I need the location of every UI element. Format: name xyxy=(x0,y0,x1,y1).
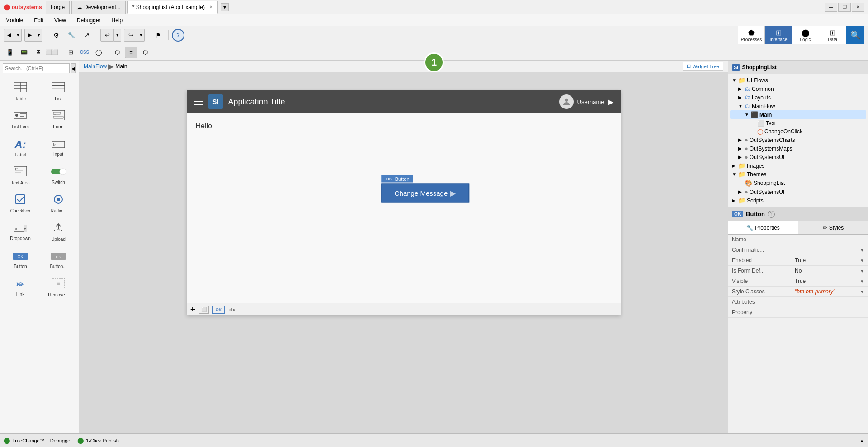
widget-dropdown[interactable]: ▾a Dropdown xyxy=(2,218,39,245)
collapse-panel-button[interactable]: ◀ xyxy=(71,63,76,73)
prop-name-value[interactable] xyxy=(791,235,868,245)
menu-debugger[interactable]: Debugger xyxy=(75,16,103,24)
widget-link[interactable]: Link xyxy=(2,274,39,301)
change-message-button[interactable]: Change Message ▶ xyxy=(381,184,470,203)
search-input[interactable] xyxy=(3,63,70,73)
widget-table[interactable]: Table xyxy=(2,78,39,105)
prop-attributes-value[interactable] xyxy=(791,297,868,307)
widget-listitem[interactable]: List Item xyxy=(2,106,39,133)
logic-tab[interactable]: ⬤ Logic xyxy=(792,26,819,44)
osui-expand-arrow[interactable]: ▶ xyxy=(738,155,745,160)
tree-node-changeonclick[interactable]: ◯ ChangeOnClick xyxy=(730,127,866,136)
widget-textarea[interactable]: a Text Area xyxy=(2,162,39,189)
widescreen-view-button[interactable]: ⬜⬜ xyxy=(46,47,58,58)
tree-node-outsystemsui-theme[interactable]: ▶ ● OutSystemsUI xyxy=(730,188,866,196)
gear-button[interactable]: ⚙ xyxy=(49,29,63,42)
canvas-select-button[interactable]: ⬜ xyxy=(199,306,209,314)
publish-status[interactable]: ⬤ 1-Click Publish xyxy=(77,437,119,444)
props-tab-styles[interactable]: ✏ Styles xyxy=(798,221,868,234)
search-tab[interactable]: 🔍 xyxy=(846,26,864,44)
menu-view[interactable]: View xyxy=(52,16,68,24)
help-button[interactable]: ? xyxy=(172,29,184,42)
osui-theme-expand-arrow[interactable]: ▶ xyxy=(738,189,745,194)
tree-node-main[interactable]: ▼ ⬛ Main xyxy=(730,110,866,119)
scripts-expand-arrow[interactable]: ▶ xyxy=(732,198,738,203)
widget-remove[interactable]: ≡ Remove... xyxy=(40,274,77,301)
widget-upload[interactable]: Upload xyxy=(40,218,77,245)
restore-button[interactable]: ❐ xyxy=(838,3,851,12)
truechange-status[interactable]: ⬤ TrueChange™ xyxy=(4,437,45,444)
tree-node-layouts[interactable]: ▶ 🗂 Layouts xyxy=(730,93,866,102)
main-expand-arrow[interactable]: ▼ xyxy=(745,112,751,117)
layouts-expand-arrow[interactable]: ▶ xyxy=(738,95,745,100)
widget-buttongroup[interactable]: OK Button... xyxy=(40,246,77,273)
tree-node-common[interactable]: ▶ 🗂 Common xyxy=(730,85,866,93)
align-right-button[interactable]: ⬡ xyxy=(139,47,151,58)
tree-node-outsystemscharts[interactable]: ▶ ● OutSystemsCharts xyxy=(730,136,866,144)
menu-help[interactable]: Help xyxy=(110,16,125,24)
processes-tab[interactable]: ⬟ Processes xyxy=(738,26,765,44)
props-tab-properties[interactable]: 🔧 Properties xyxy=(728,221,798,234)
redo-button[interactable]: ↪ xyxy=(124,29,137,42)
widget-list[interactable]: List xyxy=(40,78,77,105)
tree-node-uiflows[interactable]: ▼ 📁 UI Flows xyxy=(730,76,866,85)
widget-input[interactable]: a Input xyxy=(40,134,77,161)
common-expand-arrow[interactable]: ▶ xyxy=(738,86,745,91)
desktop-view-button[interactable]: 🖥 xyxy=(32,47,44,58)
tree-node-scripts[interactable]: ▶ 📁 Scripts xyxy=(730,196,866,205)
prop-confirmation-value[interactable]: ▼ xyxy=(791,245,868,255)
pointer-button[interactable]: ↗ xyxy=(80,29,94,42)
close-window-button[interactable]: ✕ xyxy=(852,3,864,12)
tree-node-mainflow[interactable]: ▼ 🗂 MainFlow xyxy=(730,102,866,110)
tree-node-themes[interactable]: ▼ 📁 Themes xyxy=(730,170,866,179)
mainflow-expand-arrow[interactable]: ▼ xyxy=(738,104,745,108)
interface-tab[interactable]: ⊞ Interface xyxy=(765,26,792,44)
forward-button[interactable]: ▶ xyxy=(24,29,35,42)
charts-expand-arrow[interactable]: ▶ xyxy=(738,137,745,142)
prop-isformdef-value[interactable]: No ▼ xyxy=(791,266,868,276)
widget-form[interactable]: Form xyxy=(40,106,77,133)
align-left-button[interactable]: ⬡ xyxy=(111,47,123,58)
undo-dropdown[interactable]: ▾ xyxy=(114,29,121,42)
tab-forge[interactable]: Forge xyxy=(46,1,70,14)
menu-module[interactable]: Module xyxy=(4,16,25,24)
undo-button[interactable]: ↩ xyxy=(100,29,114,42)
phone-view-button[interactable]: 📱 xyxy=(4,47,16,58)
tree-node-images[interactable]: ▶ 📁 Images xyxy=(730,161,866,170)
tree-node-outsystemsui[interactable]: ▶ ● OutSystemsUI xyxy=(730,153,866,161)
widget-label[interactable]: A: Label xyxy=(2,134,39,161)
images-expand-arrow[interactable]: ▶ xyxy=(732,163,738,168)
prop-enabled-value[interactable]: True ▼ xyxy=(791,255,868,266)
prop-property-value[interactable] xyxy=(791,307,868,318)
canvas-body[interactable]: Hello OK Button Change Message ▶ xyxy=(187,113,621,303)
widget-radio[interactable]: Radio... xyxy=(40,190,77,217)
data-tab[interactable]: ⊞ Data xyxy=(819,26,846,44)
canvas-ok-button[interactable]: OK xyxy=(212,306,225,314)
widget-switch[interactable]: Switch xyxy=(40,162,77,189)
debugger-status[interactable]: Debugger xyxy=(50,438,72,443)
tab-dropdown-button[interactable]: ▾ xyxy=(221,3,229,11)
align-center-button[interactable]: ≡ xyxy=(125,47,137,58)
widget-button[interactable]: OK Button xyxy=(2,246,39,273)
canvas-add-button[interactable]: ✚ xyxy=(190,306,195,313)
css-button[interactable]: CSS xyxy=(78,47,91,58)
expand-status[interactable]: ▲ xyxy=(859,438,864,443)
tree-node-text[interactable]: ⬜ Text xyxy=(730,119,866,127)
minimize-button[interactable]: — xyxy=(825,3,837,12)
forward-dropdown[interactable]: ▾ xyxy=(35,29,42,42)
prop-visible-value[interactable]: True ▼ xyxy=(791,276,868,287)
tree-node-outsystemsmaps[interactable]: ▶ ● OutSystemsMaps xyxy=(730,144,866,153)
hamburger-menu[interactable] xyxy=(194,99,203,105)
widget-tree-tab[interactable]: ⊞ Widget Tree xyxy=(683,62,723,71)
widget-checkbox[interactable]: Checkbox xyxy=(2,190,39,217)
themes-expand-arrow[interactable]: ▼ xyxy=(732,172,738,177)
tab-close-button[interactable]: ✕ xyxy=(209,5,213,9)
header-nav-arrow[interactable]: ▶ xyxy=(608,98,613,106)
tree-node-shoppinglist-theme[interactable]: 🎨 ShoppingList xyxy=(730,179,866,188)
props-help-button[interactable]: ? xyxy=(768,211,775,218)
menu-edit[interactable]: Edit xyxy=(32,16,45,24)
tablet-view-button[interactable]: 📟 xyxy=(18,47,30,58)
uiflows-expand-arrow[interactable]: ▼ xyxy=(732,78,738,83)
back-button[interactable]: ◀ xyxy=(4,29,14,42)
prop-styleclasses-value[interactable]: "btn btn-primary" ▼ xyxy=(791,287,868,297)
